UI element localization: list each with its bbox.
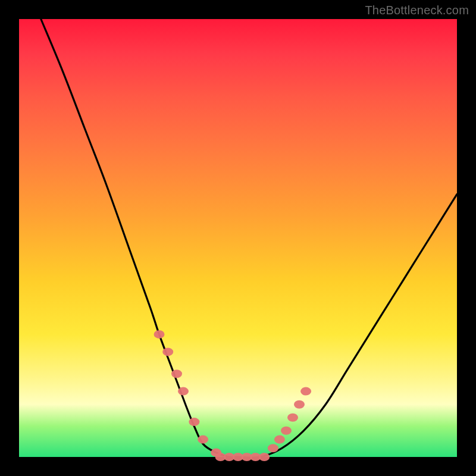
marker-dot [259, 453, 270, 461]
marker-dot [294, 400, 305, 409]
marker-dot [178, 387, 189, 396]
marker-dot [154, 330, 165, 339]
bottleneck-curve-path [41, 19, 457, 458]
chart-frame: TheBottleneck.com [0, 0, 476, 476]
marker-dot [300, 387, 311, 396]
marker-dot [287, 414, 298, 422]
marker-dot [189, 418, 199, 426]
marker-dot [162, 347, 173, 356]
watermark-label: TheBottleneck.com [365, 4, 469, 17]
marker-dots-group [154, 330, 312, 461]
bottleneck-curve-svg [19, 19, 457, 457]
marker-dot [281, 427, 292, 435]
marker-dot [198, 436, 208, 444]
plot-area [19, 19, 457, 457]
marker-dot [274, 436, 285, 444]
curve-path-group [41, 19, 457, 458]
marker-dot [171, 369, 182, 378]
marker-dot [268, 444, 278, 452]
